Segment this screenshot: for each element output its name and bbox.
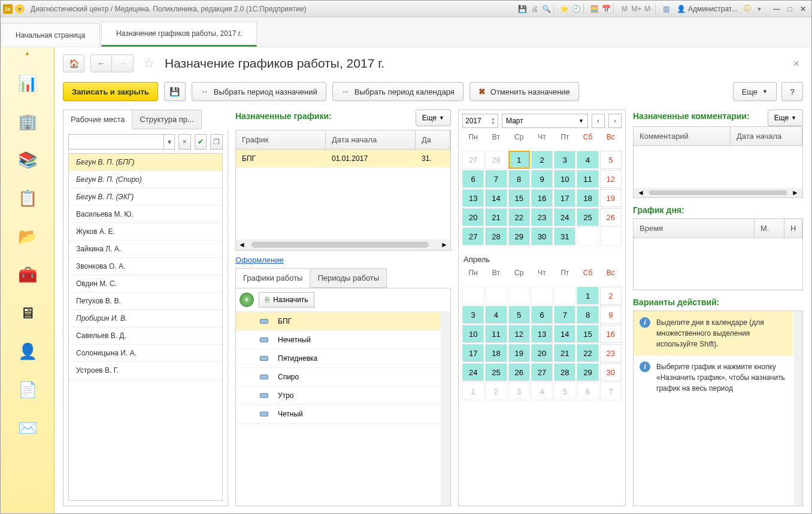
sidebar-med-icon[interactable]: 🧰 — [14, 261, 41, 288]
calendar-day[interactable]: 30 — [600, 363, 622, 381]
preview-icon[interactable]: 🔍 — [541, 4, 552, 14]
save-icon[interactable]: 💾 — [517, 4, 528, 14]
user-badge[interactable]: 👤 Администрат... — [673, 5, 741, 13]
calendar-day[interactable]: 10 — [554, 170, 575, 188]
calendar-day[interactable]: 2 — [600, 287, 622, 305]
calendar-day[interactable]: 4 — [577, 151, 598, 169]
design-link[interactable]: Оформление — [235, 256, 451, 264]
maximize-button[interactable]: □ — [784, 4, 796, 14]
col-start[interactable]: Дата начала — [326, 130, 416, 149]
calendar-day[interactable]: 17 — [554, 189, 575, 207]
h-scrollbar[interactable]: ◄► — [634, 188, 802, 197]
calendar-day[interactable]: 22 — [508, 208, 530, 226]
calendar-day[interactable]: 15 — [577, 325, 598, 343]
calendar-day[interactable]: 29 — [508, 227, 530, 245]
calendar-day[interactable]: 1 — [577, 287, 598, 305]
home-button[interactable]: 🏠 — [63, 54, 84, 72]
back-button[interactable]: ← — [90, 54, 112, 72]
save-close-button[interactable]: Записать и закрыть — [63, 82, 158, 101]
v-scrollbar[interactable] — [441, 312, 450, 506]
calendar-day[interactable]: 3 — [462, 306, 484, 324]
m-minus-icon[interactable]: M- — [643, 4, 654, 14]
assigned-more-button[interactable]: Еще▼ — [416, 110, 451, 126]
schedule-list[interactable]: БПГНечетныйПятидневкаСпироУтроЧетный — [236, 312, 441, 506]
calendar-day[interactable]: 3 — [508, 382, 530, 400]
calendar-day[interactable]: 31 — [554, 227, 575, 245]
calendar-day[interactable]: 5 — [554, 382, 575, 400]
calendar-day[interactable]: 18 — [485, 344, 507, 362]
add-schedule-button[interactable]: + — [240, 293, 254, 307]
calendar-day[interactable]: 26 — [600, 208, 622, 226]
calc-icon[interactable]: 🧮 — [589, 4, 600, 14]
list-item[interactable]: Утро — [236, 387, 441, 405]
comments-more-button[interactable]: Еще▼ — [768, 110, 803, 126]
sidebar-person-icon[interactable]: 👤 — [14, 338, 41, 364]
calendar-day[interactable]: 6 — [531, 306, 553, 324]
calendar-day[interactable]: 21 — [554, 344, 575, 362]
calendar-day[interactable]: 16 — [600, 325, 622, 343]
list-item[interactable]: Звонкова О. А. — [69, 258, 222, 275]
calendar-day[interactable]: 8 — [508, 170, 530, 188]
calendar-day[interactable]: 25 — [577, 208, 598, 226]
list-item[interactable]: Бегун В. П. (Спиро) — [69, 171, 222, 188]
year-input[interactable]: 2017▲▼ — [462, 114, 498, 128]
tab-work-schedules[interactable]: Графики работы — [235, 268, 310, 288]
favorite-icon[interactable]: ⭐ — [559, 4, 570, 14]
list-item[interactable]: Пятидневка — [236, 349, 441, 368]
check-button[interactable]: ✔ — [195, 134, 207, 150]
list-item[interactable]: Солоницына И. А. — [69, 345, 222, 362]
more-button[interactable]: Еще▼ — [733, 82, 777, 101]
calendar-day[interactable]: 11 — [485, 325, 507, 343]
v-scrollbar[interactable] — [794, 311, 802, 506]
calendar-day[interactable]: 13 — [531, 325, 553, 343]
calendar-day[interactable]: 16 — [531, 189, 553, 207]
sidebar-help-icon[interactable]: 📋 — [14, 185, 41, 211]
calendar-day[interactable]: 19 — [508, 344, 530, 362]
calendar-day[interactable]: 27 — [462, 227, 484, 245]
col-graph[interactable]: График — [236, 130, 326, 149]
calendar-day[interactable]: 1 — [508, 151, 530, 169]
assign-button[interactable]: ⎘Назначить — [259, 292, 314, 308]
m-plus-icon[interactable]: M+ — [631, 4, 642, 14]
calendar-day[interactable]: 14 — [554, 325, 575, 343]
history-icon[interactable]: 🕘 — [571, 4, 582, 14]
calendar-day[interactable]: 10 — [462, 325, 484, 343]
calendar-day[interactable]: 6 — [462, 170, 484, 188]
calendar-day[interactable]: 9 — [600, 306, 622, 324]
col-n[interactable]: Н — [784, 219, 802, 238]
panels-icon[interactable]: ▥ — [661, 4, 672, 14]
col-comment[interactable]: Комментарий — [634, 127, 731, 145]
list-item[interactable]: Савельев В. Д. — [69, 327, 222, 345]
period-assign-button[interactable]: ↔Выбрать период назначений — [192, 82, 326, 101]
sidebar-mail-icon[interactable]: ✉️ — [14, 415, 41, 441]
calendar-day[interactable]: 19 — [600, 189, 622, 207]
sidebar-files-icon[interactable]: 📚 — [14, 147, 41, 173]
clear-filter-button[interactable]: × — [178, 134, 191, 150]
calendar-day[interactable]: 15 — [508, 189, 530, 207]
calendar-day[interactable]: 27 — [462, 151, 484, 169]
calendar-day[interactable]: 1 — [462, 382, 484, 400]
calendar-day[interactable]: 13 — [462, 189, 484, 207]
calendar-day[interactable]: 7 — [554, 306, 575, 324]
calendar-day[interactable]: 28 — [485, 227, 507, 245]
calendar-day[interactable]: 30 — [531, 227, 553, 245]
list-item[interactable]: Зайкина Л. А. — [69, 241, 222, 258]
calendar-day[interactable]: 23 — [600, 344, 622, 362]
calendar-day[interactable]: 29 — [577, 363, 598, 381]
calendar-day[interactable]: 28 — [485, 151, 507, 169]
tab-workplaces[interactable]: Рабочие места — [63, 110, 132, 129]
calendar-day[interactable]: 26 — [508, 363, 530, 381]
list-item[interactable]: Бегун В. П. (БПГ) — [69, 154, 222, 171]
print-icon[interactable]: 🖨 — [529, 4, 540, 14]
sidebar-docs-icon[interactable]: 📄 — [14, 376, 41, 403]
calendar-day[interactable]: 20 — [462, 208, 484, 226]
tab-start[interactable]: Начальная страница — [1, 23, 100, 47]
calendar-day[interactable]: 25 — [485, 363, 507, 381]
calendar-day[interactable]: 14 — [485, 189, 507, 207]
col-m[interactable]: М. — [755, 219, 784, 238]
calendar-day[interactable]: 11 — [577, 170, 598, 188]
calendar-day[interactable]: 9 — [531, 170, 553, 188]
sidebar-cash-icon[interactable]: 🖥 — [14, 300, 41, 326]
sidebar-up-icon[interactable]: ▲ — [1, 50, 54, 58]
stack-button[interactable]: ❐ — [210, 134, 223, 150]
